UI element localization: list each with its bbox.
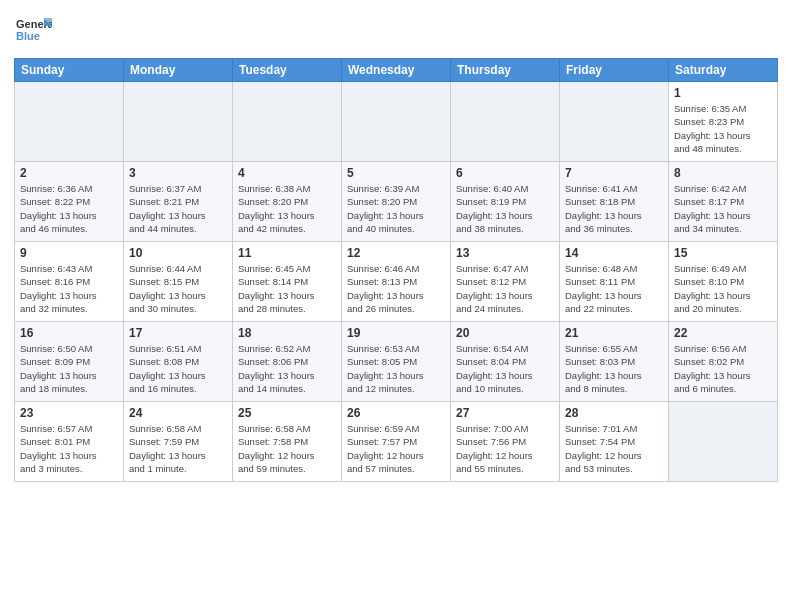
day-number: 23 <box>20 406 118 420</box>
day-number: 12 <box>347 246 445 260</box>
day-number: 15 <box>674 246 772 260</box>
calendar-cell <box>451 82 560 162</box>
day-detail: Sunrise: 6:58 AM Sunset: 7:59 PM Dayligh… <box>129 422 227 475</box>
day-detail: Sunrise: 6:49 AM Sunset: 8:10 PM Dayligh… <box>674 262 772 315</box>
calendar-cell: 24Sunrise: 6:58 AM Sunset: 7:59 PM Dayli… <box>124 402 233 482</box>
day-detail: Sunrise: 6:36 AM Sunset: 8:22 PM Dayligh… <box>20 182 118 235</box>
day-number: 1 <box>674 86 772 100</box>
day-detail: Sunrise: 6:47 AM Sunset: 8:12 PM Dayligh… <box>456 262 554 315</box>
day-detail: Sunrise: 6:40 AM Sunset: 8:19 PM Dayligh… <box>456 182 554 235</box>
page-container: General Blue SundayMondayTuesdayWednesda… <box>0 0 792 492</box>
day-detail: Sunrise: 6:37 AM Sunset: 8:21 PM Dayligh… <box>129 182 227 235</box>
logo-icon: General Blue <box>14 10 52 48</box>
day-number: 24 <box>129 406 227 420</box>
day-number: 22 <box>674 326 772 340</box>
day-detail: Sunrise: 6:52 AM Sunset: 8:06 PM Dayligh… <box>238 342 336 395</box>
calendar-cell: 28Sunrise: 7:01 AM Sunset: 7:54 PM Dayli… <box>560 402 669 482</box>
day-number: 18 <box>238 326 336 340</box>
col-header-saturday: Saturday <box>669 59 778 82</box>
calendar-cell: 19Sunrise: 6:53 AM Sunset: 8:05 PM Dayli… <box>342 322 451 402</box>
day-detail: Sunrise: 6:43 AM Sunset: 8:16 PM Dayligh… <box>20 262 118 315</box>
day-detail: Sunrise: 6:38 AM Sunset: 8:20 PM Dayligh… <box>238 182 336 235</box>
calendar-cell: 11Sunrise: 6:45 AM Sunset: 8:14 PM Dayli… <box>233 242 342 322</box>
day-detail: Sunrise: 6:39 AM Sunset: 8:20 PM Dayligh… <box>347 182 445 235</box>
calendar-cell: 6Sunrise: 6:40 AM Sunset: 8:19 PM Daylig… <box>451 162 560 242</box>
day-detail: Sunrise: 6:59 AM Sunset: 7:57 PM Dayligh… <box>347 422 445 475</box>
calendar-cell <box>15 82 124 162</box>
col-header-wednesday: Wednesday <box>342 59 451 82</box>
day-number: 8 <box>674 166 772 180</box>
day-number: 7 <box>565 166 663 180</box>
calendar-cell: 8Sunrise: 6:42 AM Sunset: 8:17 PM Daylig… <box>669 162 778 242</box>
calendar-week-3: 9Sunrise: 6:43 AM Sunset: 8:16 PM Daylig… <box>15 242 778 322</box>
logo: General Blue <box>14 10 52 52</box>
calendar-cell: 14Sunrise: 6:48 AM Sunset: 8:11 PM Dayli… <box>560 242 669 322</box>
svg-text:Blue: Blue <box>16 30 40 42</box>
calendar-header-row: SundayMondayTuesdayWednesdayThursdayFrid… <box>15 59 778 82</box>
day-number: 16 <box>20 326 118 340</box>
calendar-cell: 12Sunrise: 6:46 AM Sunset: 8:13 PM Dayli… <box>342 242 451 322</box>
day-detail: Sunrise: 6:54 AM Sunset: 8:04 PM Dayligh… <box>456 342 554 395</box>
calendar-cell: 25Sunrise: 6:58 AM Sunset: 7:58 PM Dayli… <box>233 402 342 482</box>
day-number: 20 <box>456 326 554 340</box>
calendar-cell: 20Sunrise: 6:54 AM Sunset: 8:04 PM Dayli… <box>451 322 560 402</box>
day-detail: Sunrise: 6:42 AM Sunset: 8:17 PM Dayligh… <box>674 182 772 235</box>
day-detail: Sunrise: 6:51 AM Sunset: 8:08 PM Dayligh… <box>129 342 227 395</box>
calendar-week-5: 23Sunrise: 6:57 AM Sunset: 8:01 PM Dayli… <box>15 402 778 482</box>
day-detail: Sunrise: 6:41 AM Sunset: 8:18 PM Dayligh… <box>565 182 663 235</box>
day-detail: Sunrise: 6:58 AM Sunset: 7:58 PM Dayligh… <box>238 422 336 475</box>
day-number: 28 <box>565 406 663 420</box>
day-detail: Sunrise: 6:48 AM Sunset: 8:11 PM Dayligh… <box>565 262 663 315</box>
col-header-sunday: Sunday <box>15 59 124 82</box>
day-number: 17 <box>129 326 227 340</box>
header: General Blue <box>14 10 778 52</box>
calendar-cell: 7Sunrise: 6:41 AM Sunset: 8:18 PM Daylig… <box>560 162 669 242</box>
day-detail: Sunrise: 6:55 AM Sunset: 8:03 PM Dayligh… <box>565 342 663 395</box>
calendar-cell <box>342 82 451 162</box>
calendar-cell: 5Sunrise: 6:39 AM Sunset: 8:20 PM Daylig… <box>342 162 451 242</box>
calendar-cell: 9Sunrise: 6:43 AM Sunset: 8:16 PM Daylig… <box>15 242 124 322</box>
day-number: 25 <box>238 406 336 420</box>
calendar-cell: 27Sunrise: 7:00 AM Sunset: 7:56 PM Dayli… <box>451 402 560 482</box>
day-number: 6 <box>456 166 554 180</box>
calendar-cell: 15Sunrise: 6:49 AM Sunset: 8:10 PM Dayli… <box>669 242 778 322</box>
day-detail: Sunrise: 7:01 AM Sunset: 7:54 PM Dayligh… <box>565 422 663 475</box>
col-header-friday: Friday <box>560 59 669 82</box>
calendar-cell <box>669 402 778 482</box>
col-header-thursday: Thursday <box>451 59 560 82</box>
col-header-monday: Monday <box>124 59 233 82</box>
day-detail: Sunrise: 6:35 AM Sunset: 8:23 PM Dayligh… <box>674 102 772 155</box>
day-number: 3 <box>129 166 227 180</box>
calendar-cell: 10Sunrise: 6:44 AM Sunset: 8:15 PM Dayli… <box>124 242 233 322</box>
calendar-cell <box>560 82 669 162</box>
calendar-week-4: 16Sunrise: 6:50 AM Sunset: 8:09 PM Dayli… <box>15 322 778 402</box>
calendar-cell: 22Sunrise: 6:56 AM Sunset: 8:02 PM Dayli… <box>669 322 778 402</box>
day-number: 9 <box>20 246 118 260</box>
calendar-table: SundayMondayTuesdayWednesdayThursdayFrid… <box>14 58 778 482</box>
day-number: 11 <box>238 246 336 260</box>
calendar-cell: 2Sunrise: 6:36 AM Sunset: 8:22 PM Daylig… <box>15 162 124 242</box>
day-detail: Sunrise: 6:50 AM Sunset: 8:09 PM Dayligh… <box>20 342 118 395</box>
day-number: 10 <box>129 246 227 260</box>
calendar-cell: 4Sunrise: 6:38 AM Sunset: 8:20 PM Daylig… <box>233 162 342 242</box>
day-number: 14 <box>565 246 663 260</box>
day-number: 13 <box>456 246 554 260</box>
day-number: 21 <box>565 326 663 340</box>
calendar-cell: 3Sunrise: 6:37 AM Sunset: 8:21 PM Daylig… <box>124 162 233 242</box>
calendar-cell: 13Sunrise: 6:47 AM Sunset: 8:12 PM Dayli… <box>451 242 560 322</box>
calendar-cell <box>124 82 233 162</box>
day-number: 4 <box>238 166 336 180</box>
day-detail: Sunrise: 6:56 AM Sunset: 8:02 PM Dayligh… <box>674 342 772 395</box>
calendar-cell: 16Sunrise: 6:50 AM Sunset: 8:09 PM Dayli… <box>15 322 124 402</box>
calendar-cell: 23Sunrise: 6:57 AM Sunset: 8:01 PM Dayli… <box>15 402 124 482</box>
day-detail: Sunrise: 6:53 AM Sunset: 8:05 PM Dayligh… <box>347 342 445 395</box>
calendar-cell <box>233 82 342 162</box>
calendar-week-2: 2Sunrise: 6:36 AM Sunset: 8:22 PM Daylig… <box>15 162 778 242</box>
day-number: 19 <box>347 326 445 340</box>
day-detail: Sunrise: 7:00 AM Sunset: 7:56 PM Dayligh… <box>456 422 554 475</box>
day-detail: Sunrise: 6:57 AM Sunset: 8:01 PM Dayligh… <box>20 422 118 475</box>
day-number: 26 <box>347 406 445 420</box>
day-number: 2 <box>20 166 118 180</box>
calendar-week-1: 1Sunrise: 6:35 AM Sunset: 8:23 PM Daylig… <box>15 82 778 162</box>
col-header-tuesday: Tuesday <box>233 59 342 82</box>
